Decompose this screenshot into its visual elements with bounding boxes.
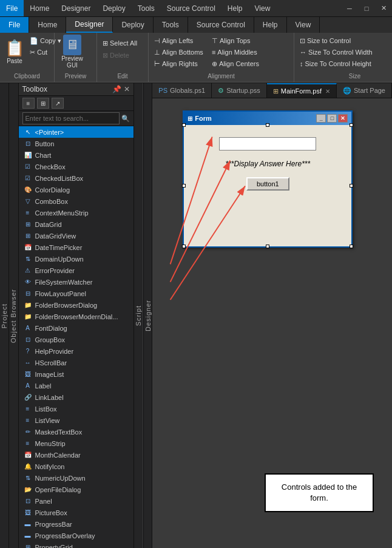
- size-to-control-height-button[interactable]: ↕ Size To Control Height: [298, 58, 374, 69]
- menu-designer[interactable]: Designer: [55, 0, 96, 16]
- toolbox-item-icon: ⊡: [24, 497, 32, 506]
- menu-source-control[interactable]: Source Control: [161, 0, 221, 16]
- form-textbox[interactable]: [219, 137, 316, 151]
- toolbox-item-propertygrid[interactable]: ⊞PropertyGrid: [19, 541, 133, 548]
- menu-tools[interactable]: Tools: [132, 0, 161, 16]
- size-to-control-width-button[interactable]: ↔ Size To Control Width: [298, 47, 374, 58]
- size-content: ⊡ Size to Control ↔ Size To Control Widt…: [298, 35, 392, 72]
- align-tops-button[interactable]: ⊤ Align Tops: [210, 35, 261, 46]
- toolbox-pin-icon[interactable]: 📌: [112, 85, 121, 93]
- toolbox-item-listview[interactable]: ≡ListView: [19, 414, 133, 426]
- toolbox-item-label[interactable]: ALabel: [19, 380, 133, 391]
- ribbon-content: 📋 Paste 📄 Copy ▾ ✂ Cut Clipboard: [0, 33, 392, 83]
- tab-globals[interactable]: PS Globals.ps1: [152, 83, 212, 98]
- toolbox-item-combobox[interactable]: ▽ComboBox: [19, 195, 133, 207]
- tab-startpage[interactable]: 🌐 Start Page: [337, 83, 392, 98]
- toolbox-item-groupbox[interactable]: ⊡GroupBox: [19, 334, 133, 345]
- align-centers-button[interactable]: ⊕ Align Centers: [210, 58, 261, 69]
- tab-mainform[interactable]: ⊞ MainForm.psf ✕: [267, 83, 337, 98]
- toolbox-toolbar-btn1[interactable]: ≡: [22, 98, 35, 109]
- menu-home[interactable]: Home: [24, 0, 55, 16]
- align-rights-button[interactable]: ⊢ Align Rights: [152, 58, 205, 69]
- toolbox-item-contextmenustrip[interactable]: ≡ContextMenuStrip: [19, 207, 133, 218]
- menu-deploy[interactable]: Deploy: [96, 0, 131, 16]
- preview-content: 🖥 Preview GUI: [58, 35, 93, 72]
- toolbox-item-filesystemwatcher[interactable]: 👁FileSystemWatcher: [19, 276, 133, 288]
- tab-startup[interactable]: ⚙ Startup.pss: [212, 83, 267, 98]
- toolbox-item--pointer-[interactable]: ↖<Pointer>: [19, 126, 133, 138]
- toolbox-item-datagridview[interactable]: ⊞DataGridView: [19, 230, 133, 242]
- toolbox-item-picturebox[interactable]: 🖼PictureBox: [19, 507, 133, 518]
- delete-button[interactable]: ⊠ Delete: [101, 50, 131, 61]
- align-bottoms-button[interactable]: ⊥ Align Bottoms: [152, 47, 205, 58]
- menu-help[interactable]: Help: [221, 0, 249, 16]
- select-all-button[interactable]: ⊞ Select All: [101, 38, 139, 49]
- toolbox-item-notifyicon[interactable]: 🔔NotifyIcon: [19, 461, 133, 472]
- size-to-control-button[interactable]: ⊡ Size to Control: [298, 35, 374, 46]
- toolbox-item-label: Panel: [35, 498, 52, 505]
- tab-home[interactable]: Home: [29, 17, 66, 33]
- menu-view[interactable]: View: [249, 0, 277, 16]
- toolbox-item-imagelist[interactable]: 🖼ImageList: [19, 368, 133, 380]
- designer-sidebar[interactable]: Designer: [143, 83, 152, 548]
- toolbox-item-progressbaroverlay[interactable]: ▬ProgressBarOverlay: [19, 530, 133, 541]
- toolbox-item-menustrip[interactable]: ≡MenuStrip: [19, 438, 133, 449]
- toolbox-item-folderbrowserdialog[interactable]: 📁FolderBrowserDialog: [19, 299, 133, 311]
- toolbox-item-fontdialog[interactable]: AFontDialog: [19, 322, 133, 334]
- form-maximize-btn[interactable]: □: [327, 114, 337, 123]
- object-browser-sidebar[interactable]: Object Browser: [9, 83, 18, 548]
- tab-help[interactable]: Help: [254, 17, 287, 33]
- search-icon: 🔍: [121, 115, 130, 123]
- toolbox-item-folderbrowsermoderndial---[interactable]: 📁FolderBrowserModernDial...: [19, 311, 133, 322]
- globals-tab-label: Globals.ps1: [170, 87, 205, 94]
- toolbox-search-input[interactable]: [22, 112, 120, 124]
- preview-gui-button[interactable]: 🖥 Preview GUI: [58, 35, 86, 68]
- toolbox-item-helpprovider[interactable]: ?HelpProvider: [19, 345, 133, 357]
- toolbox-item-listbox[interactable]: ≡ListBox: [19, 403, 133, 414]
- toolbox-item-label: HScrollBar: [35, 359, 67, 367]
- toolbox-item-flowlayoutpanel[interactable]: ⊟FlowLayoutPanel: [19, 288, 133, 299]
- align-lefts-button[interactable]: ⊣ Align Lefts: [152, 35, 205, 46]
- script-sidebar[interactable]: Script: [134, 83, 143, 548]
- toolbox-item-datetimepicker[interactable]: 📅DateTimePicker: [19, 242, 133, 253]
- toolbox-item-checkedlistbox[interactable]: ☑CheckedListBox: [19, 172, 133, 184]
- align-middles-button[interactable]: ≡ Align Middles: [210, 47, 261, 58]
- tab-source-control[interactable]: Source Control: [188, 17, 254, 33]
- tab-tools[interactable]: Tools: [154, 17, 188, 33]
- tab-deploy[interactable]: Deploy: [113, 17, 153, 33]
- project-sidebar[interactable]: Project: [0, 83, 9, 548]
- toolbox-item-progressbar[interactable]: ▬ProgressBar: [19, 518, 133, 530]
- toolbox-item-colordialog[interactable]: 🎨ColorDialog: [19, 184, 133, 195]
- form-minimize-btn[interactable]: _: [316, 114, 326, 123]
- toolbox-item-button[interactable]: ⊡Button: [19, 138, 133, 149]
- toolbox-item-hscrollbar[interactable]: ↔HScrollBar: [19, 357, 133, 368]
- win-form-controls: _ □ ✕: [316, 114, 348, 123]
- toolbox-item-maskedtextbox[interactable]: ✏MaskedTextBox: [19, 426, 133, 438]
- toolbox-item-label: ColorDialog: [35, 186, 70, 194]
- toolbox-item-domainupdown[interactable]: ⇅DomainUpDown: [19, 253, 133, 265]
- close-button[interactable]: ✕: [375, 0, 392, 17]
- toolbox-item-monthcalendar[interactable]: 📅MonthCalendar: [19, 449, 133, 461]
- toolbox-item-linklabel[interactable]: 🔗LinkLabel: [19, 391, 133, 403]
- toolbox-item-numericupdown[interactable]: ⇅NumericUpDown: [19, 472, 133, 484]
- tab-view[interactable]: View: [287, 17, 320, 33]
- toolbox-item-label: FontDialog: [35, 325, 67, 332]
- mainform-tab-close[interactable]: ✕: [325, 88, 330, 95]
- form-close-btn[interactable]: ✕: [338, 114, 348, 123]
- toolbox-close-icon[interactable]: ✕: [124, 85, 130, 93]
- paste-button[interactable]: 📋 Paste: [4, 35, 25, 68]
- menu-file[interactable]: File: [0, 0, 24, 16]
- tab-designer[interactable]: Designer: [66, 17, 113, 33]
- maximize-button[interactable]: □: [358, 0, 375, 17]
- toolbox-item-panel[interactable]: ⊡Panel: [19, 495, 133, 507]
- minimize-button[interactable]: ─: [341, 0, 358, 17]
- toolbox-item-chart[interactable]: 📊Chart: [19, 149, 133, 161]
- toolbox-item-checkbox[interactable]: ☑CheckBox: [19, 161, 133, 172]
- toolbox-item-errorprovider[interactable]: ⚠ErrorProvider: [19, 265, 133, 276]
- toolbox-toolbar-btn3[interactable]: ↗: [52, 98, 64, 109]
- tab-file[interactable]: File: [0, 17, 29, 33]
- toolbox-toolbar-btn2[interactable]: ⊞: [37, 98, 49, 109]
- form-button1[interactable]: button1: [246, 177, 289, 191]
- toolbox-item-datagrid[interactable]: ⊞DataGrid: [19, 218, 133, 230]
- toolbox-item-openfiledialog[interactable]: 📂OpenFileDialog: [19, 484, 133, 495]
